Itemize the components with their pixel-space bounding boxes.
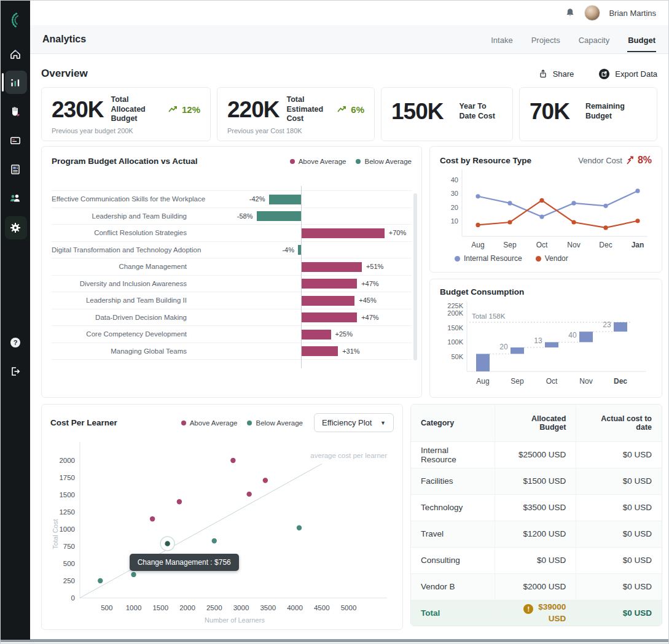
- budget-bar[interactable]: [301, 279, 357, 289]
- scatter-point[interactable]: [297, 526, 302, 530]
- app-logo[interactable]: [1, 9, 30, 31]
- budget-bar[interactable]: [301, 296, 354, 306]
- waterfall-bar[interactable]: [545, 342, 558, 347]
- budget-bar[interactable]: [301, 228, 385, 238]
- scatter-point[interactable]: [177, 499, 182, 504]
- svg-text:Jan: Jan: [632, 241, 644, 249]
- budget-bar-value: +70%: [389, 229, 406, 236]
- budget-row-label: Conflict Resolution Strategies: [52, 229, 187, 236]
- tab-intake[interactable]: Intake: [490, 27, 513, 52]
- legend-dot-above-average: [290, 159, 295, 164]
- share-button[interactable]: Share: [538, 68, 574, 79]
- svg-text:100K: 100K: [447, 338, 463, 346]
- waterfall-bar[interactable]: [511, 347, 524, 354]
- budget-bar[interactable]: [301, 346, 338, 356]
- waterfall-bar[interactable]: [614, 322, 627, 332]
- chart-title: Budget Consumption: [440, 287, 524, 297]
- line-point[interactable]: [571, 201, 576, 205]
- kpi-card-year-to-date-cost: 150K Year To Date Cost: [381, 87, 513, 141]
- svg-text:Total Cost: Total Cost: [52, 519, 59, 549]
- plot-type-dropdown[interactable]: Efficiency Plot ▼: [314, 413, 394, 432]
- line-point[interactable]: [539, 215, 544, 219]
- users-icon: [9, 192, 22, 204]
- line-point[interactable]: [603, 204, 608, 208]
- sidebar-item-logout[interactable]: [1, 360, 30, 382]
- zero-axis-line: [301, 186, 302, 368]
- scatter-point[interactable]: [150, 516, 155, 521]
- topbar: Brian Martins: [30, 1, 669, 25]
- svg-text:10: 10: [451, 217, 458, 225]
- svg-text:2000: 2000: [179, 604, 195, 611]
- budget-row: Effective Communication Skills for the W…: [52, 191, 412, 208]
- kpi-label: Total Allocated Budget: [111, 95, 160, 124]
- chart-scrollbar[interactable]: [413, 193, 417, 360]
- waterfall-bar[interactable]: [579, 332, 593, 342]
- program-budget-chart-card: Program Budget Allocation vs Actual Abov…: [41, 146, 422, 398]
- scatter-point[interactable]: [246, 492, 251, 497]
- line-point[interactable]: [475, 223, 480, 227]
- budget-bar[interactable]: [257, 211, 302, 221]
- budget-consumption-waterfall-chart: 50K100K150K200K225KAugSepOctNovDecTotal …: [440, 297, 652, 389]
- budget-bar[interactable]: [301, 330, 331, 339]
- waterfall-bar[interactable]: [476, 354, 490, 371]
- sidebar-item-help[interactable]: ?: [1, 332, 30, 354]
- share-icon: [538, 68, 548, 79]
- budget-row: Managing Global Teams+31%: [52, 343, 412, 360]
- user-avatar[interactable]: [584, 5, 600, 21]
- tab-bar: Intake Projects Capacity Budget: [490, 25, 656, 53]
- table-cell: $3500 USD: [495, 494, 576, 521]
- sidebar-item-raise-hand[interactable]: [1, 101, 30, 123]
- table-cell: Internal Resource: [411, 441, 495, 468]
- tab-capacity[interactable]: Capacity: [578, 27, 611, 52]
- budget-consumption-chart-card: Budget Consumption 50K100K150K200K225KAu…: [429, 279, 662, 398]
- budget-bar-value: -58%: [230, 212, 253, 220]
- tab-budget[interactable]: Budget: [627, 27, 656, 52]
- line-point[interactable]: [635, 219, 640, 223]
- kpi-footnote: Previous year Cost 180K: [227, 127, 364, 134]
- total-actual: $0 USD: [576, 600, 662, 626]
- kpi-trend: 12%: [168, 104, 200, 115]
- line-point[interactable]: [475, 194, 480, 198]
- sidebar-item-settings[interactable]: [1, 217, 30, 239]
- charts-row-2: Cost Per Learner Above Average Below Ave…: [41, 404, 662, 630]
- sidebar-item-users[interactable]: [1, 187, 30, 209]
- line-point[interactable]: [635, 188, 640, 193]
- sidebar-item-documents[interactable]: [1, 158, 30, 180]
- chart-legend: Above Average Below Average: [181, 419, 303, 427]
- scatter-point[interactable]: [230, 458, 235, 463]
- budget-bar-value: +47%: [361, 280, 378, 287]
- budget-bar[interactable]: [301, 312, 357, 322]
- budget-row: Leadership and Team Building-58%: [52, 208, 412, 225]
- budget-row: Conflict Resolution Strategies+70%: [52, 225, 412, 242]
- notification-bell-icon[interactable]: [565, 7, 576, 18]
- legend-dot-below-average: [356, 159, 361, 164]
- svg-text:?: ?: [14, 339, 18, 346]
- line-point[interactable]: [507, 220, 512, 224]
- scatter-point[interactable]: [263, 478, 268, 483]
- scatter-point[interactable]: [98, 578, 103, 583]
- scatter-point[interactable]: [131, 572, 136, 577]
- table-cell: Consulting: [411, 547, 495, 573]
- scatter-point-highlighted[interactable]: [165, 541, 171, 547]
- budget-bar[interactable]: [269, 195, 302, 204]
- table-cell: $0 USD: [576, 441, 662, 468]
- budget-bar-value: +25%: [335, 330, 353, 338]
- tab-projects[interactable]: Projects: [531, 27, 561, 52]
- budget-bar-value: +47%: [361, 314, 378, 321]
- budget-table: CategoryAllocated BudgetActual cost to d…: [411, 405, 662, 626]
- line-point[interactable]: [507, 201, 512, 205]
- scatter-point[interactable]: [212, 538, 217, 543]
- export-data-button[interactable]: Export Data: [598, 68, 657, 80]
- line-point[interactable]: [571, 220, 576, 224]
- share-label: Share: [553, 69, 574, 79]
- table-cell: $1200 USD: [495, 521, 576, 547]
- budget-bar[interactable]: [301, 262, 362, 272]
- legend-dot-above-average: [181, 421, 186, 425]
- line-point[interactable]: [603, 225, 608, 230]
- sidebar-item-billing[interactable]: [1, 130, 30, 152]
- sidebar-item-home[interactable]: [1, 43, 30, 65]
- sidebar-item-analytics[interactable]: [1, 71, 30, 93]
- gear-icon: [9, 222, 22, 234]
- svg-text:Sep: Sep: [503, 241, 517, 249]
- line-point[interactable]: [539, 198, 544, 203]
